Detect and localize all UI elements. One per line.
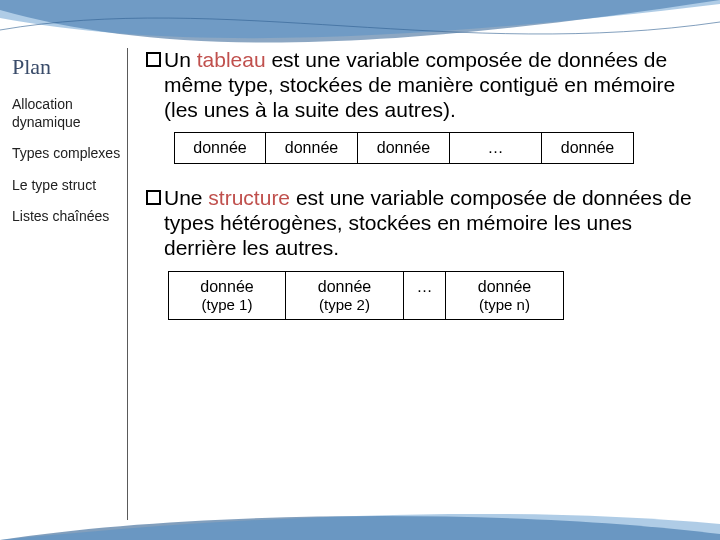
struct-diagram: donnée (type 1) donnée (type 2) … donnée… [168,271,708,320]
sidebar: Plan Allocation dynamique Types complexe… [0,48,128,520]
struct-cell: donnée (type 2) [286,271,404,320]
p1-pre: Un [164,48,197,71]
struct-sublabel: (type n) [446,296,563,313]
array-diagram: donnée donnée donnée … donnée [174,132,708,164]
struct-cell: donnée (type n) [446,271,564,320]
paragraph-tableau: Un tableau est une variable composée de … [146,48,708,122]
array-cell: donnée [542,132,634,164]
array-cell: … [450,132,542,164]
bullet-icon [146,190,161,205]
struct-label: donnée [200,278,253,295]
nav-struct[interactable]: Le type struct [12,175,121,197]
p2-pre: Une [164,186,208,209]
bullet-icon [146,52,161,67]
struct-cell: … [404,271,446,320]
struct-cell: donnée (type 1) [168,271,286,320]
paragraph-structure: Une structure est une variable composée … [146,186,708,260]
array-cell: donnée [266,132,358,164]
p1-highlight: tableau [197,48,266,71]
nav-listes[interactable]: Listes chaînées [12,206,121,228]
p2-highlight: structure [208,186,290,209]
nav-types[interactable]: Types complexes [12,143,121,165]
struct-label: donnée [478,278,531,295]
slide-content: Un tableau est une variable composée de … [128,48,720,520]
struct-label: … [417,278,433,295]
sidebar-title: Plan [12,54,121,80]
array-cell: donnée [358,132,450,164]
nav-allocation[interactable]: Allocation dynamique [12,94,121,133]
struct-sublabel: (type 1) [169,296,285,313]
struct-sublabel: (type 2) [286,296,403,313]
array-cell: donnée [174,132,266,164]
struct-label: donnée [318,278,371,295]
